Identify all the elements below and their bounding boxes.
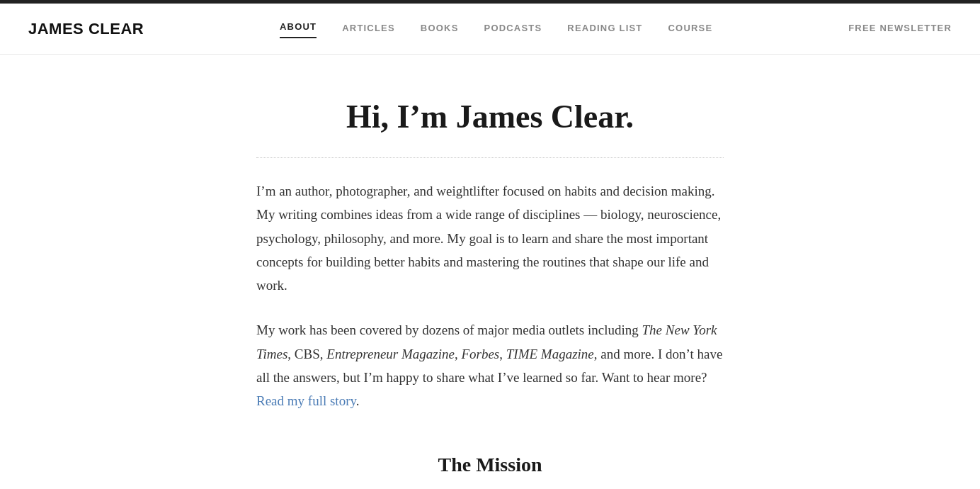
media-time: TIME Magazine — [506, 347, 594, 361]
intro-paragraph: I’m an author, photographer, and weightl… — [256, 179, 724, 297]
media-mid: , CBS, — [287, 347, 326, 361]
site-logo[interactable]: JAMES CLEAR — [28, 16, 144, 42]
nav-item-articles[interactable]: ARTICLES — [342, 21, 395, 36]
media-comma2: , — [499, 347, 506, 361]
newsletter-link[interactable]: FREE NEWSLETTER — [848, 21, 952, 36]
main-nav: ABOUT ARTICLES BOOKS PODCASTS READING LI… — [144, 19, 848, 38]
page-title: Hi, I’m James Clear. — [256, 97, 724, 136]
site-header: JAMES CLEAR ABOUT ARTICLES BOOKS PODCAST… — [0, 4, 980, 55]
nav-item-podcasts[interactable]: PODCASTS — [484, 21, 542, 36]
media-paragraph: My work has been covered by dozens of ma… — [256, 318, 724, 412]
nav-item-about[interactable]: ABOUT — [280, 19, 317, 38]
nav-item-books[interactable]: BOOKS — [421, 21, 459, 36]
nav-item-course[interactable]: COURSE — [668, 21, 712, 36]
read-more-period: . — [356, 393, 360, 408]
read-full-story-link[interactable]: Read my full story — [256, 393, 356, 408]
section-divider — [256, 157, 724, 158]
media-prefix: My work has been covered by dozens of ma… — [256, 322, 642, 337]
main-content: Hi, I’m James Clear. I’m an author, phot… — [242, 55, 738, 489]
media-forbes: Forbes — [461, 347, 499, 361]
nav-item-reading-list[interactable]: READING LIST — [567, 21, 642, 36]
media-comma1: , — [455, 347, 462, 361]
mission-title: The Mission — [256, 448, 724, 482]
media-entrepreneur: Entrepreneur Magazine — [326, 347, 455, 361]
